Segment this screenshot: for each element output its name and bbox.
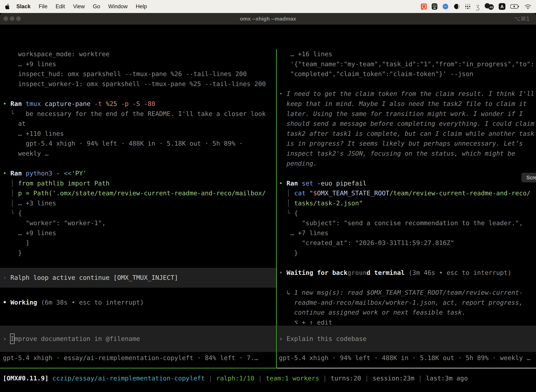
model-status-right: gpt-5.4 xhigh · 94% left · 488K in · 5.1… xyxy=(279,353,536,363)
pane-bottom-border-inactive xyxy=(277,368,536,369)
blank-line xyxy=(0,258,276,268)
terminal-line: inspect_worker-1: omx sparkshell --tmux-… xyxy=(0,79,276,89)
menu-item-edit[interactable]: Edit xyxy=(56,3,65,9)
terminal-line: is in progress? It seems likely but perh… xyxy=(277,139,536,149)
terminal-window: omx --xhigh --madmax ⌥⌘1 workspace_mode:… xyxy=(0,13,536,392)
terminal-line: │ cat "$OMX_TEAM_STATE_ROOT/team/review-… xyxy=(277,188,536,198)
hook-icon[interactable]: ʒ xyxy=(476,3,480,10)
terminal-line: inspect task2's JSON, focusing on the st… xyxy=(277,149,536,159)
wifi-icon[interactable] xyxy=(524,3,531,10)
working-status: • Working (6m 38s • esc to interrupt) xyxy=(0,298,276,308)
blank-line xyxy=(0,288,276,298)
terminal-line: gpt-5.4 xhigh · 94% left · 488K in · 5.1… xyxy=(0,139,276,149)
keyboard-icon[interactable] xyxy=(432,3,437,10)
terminal-line: "completed","claim_token":"claim-token"}… xyxy=(277,69,536,79)
window-title: omx --xhigh --madmax xyxy=(0,13,536,25)
window-shortcut-badge: ⌥⌘1 xyxy=(514,13,530,25)
blank-line xyxy=(277,79,536,89)
count-badge-icon[interactable]: ..61 xyxy=(485,3,494,10)
terminal-line: … +110 lines xyxy=(0,129,276,139)
menu-item-view[interactable]: View xyxy=(73,3,85,9)
chat-badge-icon[interactable] xyxy=(421,3,427,10)
terminal-line: … +9 lines xyxy=(0,228,276,238)
model-status-left: gpt-5.4 xhigh · essay/ai-reimplementatio… xyxy=(3,353,258,363)
terminal-line: … +9 lines xyxy=(0,59,276,69)
blank-line xyxy=(0,89,276,99)
terminal-line: │ … +3 lines xyxy=(0,198,276,208)
terminal-line: pending. xyxy=(277,159,536,169)
terminal-line: inspect_hud: omx sparkshell --tmux-pane … xyxy=(0,69,276,79)
terminal-line: weekly … xyxy=(0,149,276,159)
prompt-input-right[interactable]: › Explain this codebase xyxy=(277,326,536,352)
terminal-line: workspace_mode: worktree xyxy=(0,49,276,59)
menu-item-go[interactable]: Go xyxy=(93,3,100,9)
terminal-line: should send a message before completing … xyxy=(277,119,536,129)
terminal-line: '{"team_name":"my-team","task_id":"1","f… xyxy=(277,59,536,69)
ralph-loop-banner: › Ralph loop active continue [OMX_TMUX_I… xyxy=(0,268,276,288)
terminal-line: keep that in mind. Maybe I also need the… xyxy=(277,99,536,109)
contrast-icon[interactable] xyxy=(454,3,460,10)
menu-app-name[interactable]: Slack xyxy=(16,3,31,10)
terminal-line: at xyxy=(0,119,276,129)
terminal-line: ↳ 1 new msg(s): read $OMX_TEAM_STATE_ROO… xyxy=(277,288,536,298)
pane-right-scrollback: … +16 lines '{"team_name":"my-team","tas… xyxy=(277,49,536,368)
blank-line xyxy=(277,258,536,268)
terminal-line: task2 after task1 is complete, but can I… xyxy=(277,129,536,139)
terminal-line: readme-and-reco/mailbox/worker-1.json, a… xyxy=(277,298,536,308)
terminal-line: continue assigned work or next feasible … xyxy=(277,308,536,317)
menu-item-window[interactable]: Window xyxy=(108,3,128,9)
terminal-line: later. Using the same for transition mig… xyxy=(277,109,536,119)
terminal-line: └ be necessary for the end of the README… xyxy=(0,109,276,119)
pane-left-scrollback: workspace_mode: worktree … +9 lines insp… xyxy=(0,49,276,368)
terminal-line: "created_at": "2026-03-31T11:59:27.816Z" xyxy=(277,238,536,248)
menu-status-icons: ʒ ..61 A xyxy=(421,0,531,13)
terminal-line: • Ran python3 - <<'PY' xyxy=(0,168,276,178)
terminal-line: ] xyxy=(0,238,276,248)
terminal-line: • Ran set -euo pipefail xyxy=(277,178,536,188)
menu-item-file[interactable]: File xyxy=(39,3,48,9)
messenger-icon[interactable] xyxy=(442,3,449,10)
terminal-line: └ { xyxy=(0,208,276,218)
waiting-status: • Waiting for background terminal (3m 46… xyxy=(277,268,536,278)
terminal-line: │ p = Path('.omx/state/team/review-curre… xyxy=(0,188,276,198)
terminal-line: "subject": "send a concise recommendatio… xyxy=(277,218,536,228)
menu-bar: Slack FileEditViewGoWindowHelp xyxy=(0,0,536,13)
terminal-line: } xyxy=(0,248,276,258)
dots-grid-icon[interactable] xyxy=(465,3,471,10)
screen: { "menu_bar": { "app": "Slack", "items":… xyxy=(0,0,536,392)
pane-bottom-border-active xyxy=(0,368,276,369)
blank-line xyxy=(0,159,276,169)
battery-icon[interactable] xyxy=(510,3,519,10)
count-badge-label: ..61 xyxy=(488,4,494,10)
pane-divider[interactable] xyxy=(276,49,277,368)
window-titlebar[interactable]: omx --xhigh --madmax ⌥⌘1 xyxy=(0,13,536,25)
omx-session-statusbar: [OMX#0.11.9] cczip/essay/ai-reimplementa… xyxy=(3,373,468,383)
terminal-line: │ from pathlib import Path xyxy=(0,178,276,188)
terminal-line: … +16 lines xyxy=(277,49,536,59)
blank-line xyxy=(277,168,536,178)
apple-menu-icon[interactable] xyxy=(5,4,10,9)
terminal-line: • Ran tmux capture-pane -t %25 -p -S -80 xyxy=(0,99,276,109)
prompt-input-left[interactable]: › Improve documentation in @filename xyxy=(0,326,276,352)
input-source-icon[interactable]: A xyxy=(499,3,505,10)
blank-line xyxy=(277,278,536,288)
terminal-line: "worker": "worker-1", xyxy=(0,218,276,228)
terminal-line: • I need to get the claim token from the… xyxy=(277,89,536,99)
menu-item-help[interactable]: Help xyxy=(136,3,147,9)
screen-tooltip: Scre xyxy=(522,173,536,182)
terminal-line: } xyxy=(277,248,536,258)
terminal-line: │ tasks/task-2.json" xyxy=(277,198,536,208)
terminal-line: … +7 lines xyxy=(277,228,536,238)
terminal-line: └ { xyxy=(277,208,536,218)
